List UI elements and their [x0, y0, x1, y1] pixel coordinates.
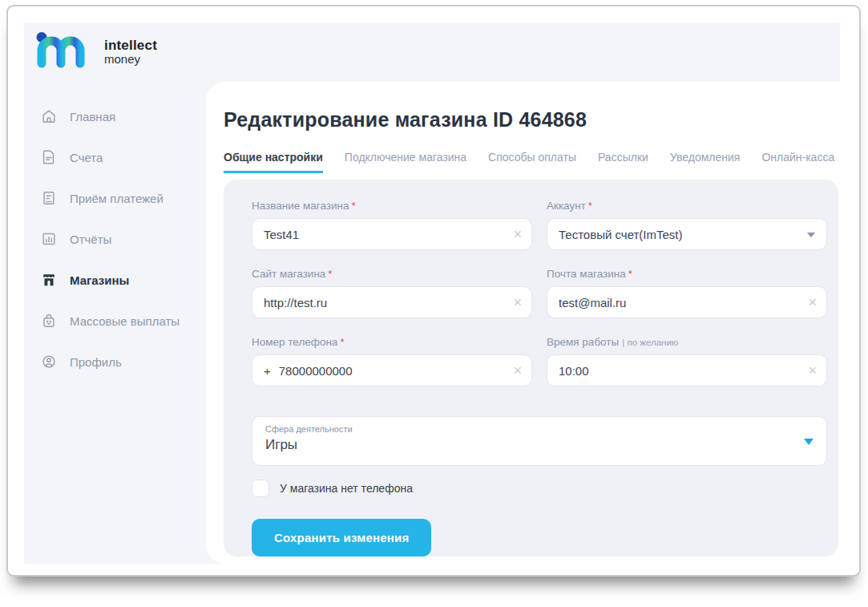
field-label: Аккаунт*	[547, 200, 827, 212]
working-hours-input[interactable]	[559, 364, 799, 378]
account-select[interactable]: Тестовый счет(ImTest)	[547, 218, 827, 250]
clear-icon[interactable]: ×	[513, 295, 522, 310]
sidebar-item-label: Приём платежей	[70, 192, 164, 205]
tab-general-settings[interactable]: Общие настройки	[224, 151, 323, 173]
brand-line1: intellect	[104, 38, 157, 53]
phone-input[interactable]	[279, 364, 504, 378]
tab-notifications[interactable]: Уведомления	[670, 151, 741, 173]
store-site-input[interactable]	[264, 296, 504, 310]
sidebar-item-invoices[interactable]: Счета	[24, 148, 206, 166]
sidebar-item-stores[interactable]: Магазины	[24, 271, 206, 289]
phone-prefix: +	[264, 364, 271, 378]
no-phone-checkbox[interactable]	[252, 480, 269, 497]
activity-sphere-label: Сфера деятельности	[265, 424, 799, 434]
intellect-money-logo-icon	[34, 31, 95, 68]
required-mark: *	[628, 268, 632, 280]
sidebar-item-profile[interactable]: Профиль	[24, 353, 206, 370]
no-phone-checkbox-label: У магазина нет телефона	[280, 482, 413, 495]
sidebar-item-label: Профиль	[70, 355, 122, 369]
required-mark: *	[340, 336, 344, 348]
chevron-down-icon	[804, 439, 813, 445]
home-icon	[40, 107, 58, 125]
field-store-name: Название магазина* ×	[252, 200, 532, 250]
sidebar-item-mass-payouts[interactable]: Массовые выплаты	[24, 312, 206, 330]
bar-chart-icon	[40, 230, 58, 248]
tab-mailings[interactable]: Рассылки	[598, 151, 648, 173]
clear-icon[interactable]: ×	[808, 295, 817, 310]
field-label: Номер телефона*	[252, 336, 532, 348]
receipt-icon	[40, 189, 58, 207]
document-icon	[40, 148, 58, 166]
storefront-icon	[40, 271, 58, 289]
field-working-hours: Время работы| по желанию ×	[547, 336, 827, 386]
clear-icon[interactable]: ×	[513, 363, 522, 378]
sidebar: Главная Счета Приём платежей	[24, 82, 206, 564]
optional-hint: | по желанию	[622, 338, 678, 347]
brand-line2: money	[104, 53, 157, 66]
tab-store-connection[interactable]: Подключение магазина	[345, 151, 466, 173]
main-content: Редактирование магазина ID 464868 Общие …	[206, 82, 840, 564]
payout-bag-icon	[40, 312, 58, 330]
sidebar-item-label: Отчёты	[70, 233, 111, 246]
required-mark: *	[328, 268, 332, 280]
tab-payment-methods[interactable]: Способы оплаты	[488, 151, 576, 173]
field-label: Сайт магазина*	[252, 268, 532, 280]
header: intellect money	[24, 23, 840, 82]
brand-wordmark: intellect money	[104, 34, 157, 66]
save-changes-button[interactable]: Сохранить изменения	[252, 519, 431, 556]
sidebar-item-home[interactable]: Главная	[24, 107, 206, 125]
store-email-input[interactable]	[559, 296, 799, 310]
field-label: Время работы| по желанию	[547, 336, 827, 348]
required-mark: *	[352, 200, 356, 212]
tab-online-cash[interactable]: Онлайн-касса	[761, 151, 834, 173]
field-store-email: Почта магазина* ×	[547, 268, 827, 318]
sidebar-item-label: Счета	[70, 151, 103, 164]
sidebar-item-label: Массовые выплаты	[70, 314, 180, 328]
sidebar-item-label: Главная	[70, 110, 115, 123]
tab-bar: Общие настройки Подключение магазина Спо…	[224, 151, 840, 173]
field-phone: Номер телефона* + ×	[252, 336, 532, 386]
field-label: Название магазина*	[252, 200, 532, 212]
required-mark: *	[588, 200, 592, 212]
field-store-site: Сайт магазина* ×	[252, 268, 532, 318]
clear-icon[interactable]: ×	[808, 363, 817, 378]
field-account: Аккаунт* Тестовый счет(ImTest)	[547, 200, 827, 250]
no-phone-check-row: У магазина нет телефона	[252, 480, 824, 497]
chevron-down-icon	[807, 233, 815, 237]
sidebar-item-label: Магазины	[70, 273, 129, 287]
sidebar-item-reports[interactable]: Отчёты	[24, 230, 206, 248]
clear-icon[interactable]: ×	[513, 227, 522, 241]
sidebar-item-payments[interactable]: Приём платежей	[24, 189, 206, 207]
screenshot-frame: intellect money Главная	[6, 5, 861, 577]
app-window: intellect money Главная	[24, 23, 840, 564]
activity-sphere-select[interactable]: Сфера деятельности Игры	[252, 416, 827, 466]
account-select-value: Тестовый счет(ImTest)	[559, 228, 683, 241]
page-title: Редактирование магазина ID 464868	[224, 108, 840, 132]
general-settings-form: Название магазина* × Аккаунт*	[224, 180, 838, 556]
profile-icon	[40, 353, 58, 370]
store-name-input[interactable]	[264, 228, 504, 241]
field-label: Почта магазина*	[547, 268, 827, 280]
brand-logo[interactable]: intellect money	[34, 31, 840, 68]
activity-sphere-value: Игры	[265, 437, 799, 453]
